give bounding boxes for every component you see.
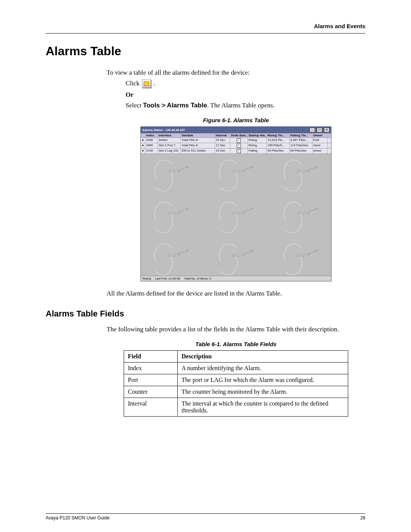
cell: The counter being monitored by the Alarm… [178, 386, 348, 398]
cell: 2080 [145, 138, 158, 143]
cell: Slot 2 Port 7 [158, 143, 181, 148]
click-instruction: Click . [126, 80, 365, 88]
table-row: Interval The interval at which the count… [124, 398, 348, 417]
or-label: Or [126, 91, 365, 99]
cell: Slot 2 Lag 102 [158, 149, 181, 153]
cell: Rising [248, 138, 267, 143]
col-owner: Owner [312, 133, 328, 137]
cell: ✓ [230, 138, 248, 143]
col-falling: Falling Thr... [290, 133, 312, 137]
cell: 15 Sec [215, 138, 230, 143]
cell: 13,333 Pkt... [267, 138, 290, 143]
cell: ✓ [230, 143, 248, 148]
window-title: Alarms Status - 149.49.48.237 [142, 128, 185, 132]
cell: A number identifying the Alarm. [178, 363, 348, 374]
status-dot: ● [141, 143, 145, 148]
table-caption: Table 6-1. Alarms Table Fields [107, 341, 365, 347]
figure-caption: Figure 6-1. Alarms Table [107, 117, 365, 123]
click-label: Click [126, 80, 140, 87]
cell: 59 Pkts/Sec [267, 149, 290, 153]
cell: 119 Pkts/Sec [290, 143, 312, 148]
maximize-icon: □ [317, 128, 322, 133]
table-row: Counter The counter being monitored by t… [124, 386, 348, 398]
grid-row: ● 2080 Switch Total Pkts In 15 Sec ✓ Ris… [141, 138, 331, 143]
footer-page-number: 28 [360, 515, 365, 521]
window-titlebar: Alarms Status - 149.49.48.237 _ □ × [141, 127, 331, 133]
cell: The interval at which the counter is com… [178, 398, 348, 417]
col-startup: Startup Ala... [248, 133, 267, 137]
status-lastpoll: Last Poll: 14:24:58 [155, 277, 180, 280]
cell: 6,667 Pkts/... [290, 138, 312, 143]
post-figure-text: All the Alarms defined for the device ar… [107, 290, 365, 297]
alarms-toolbar-icon [142, 80, 151, 88]
cell: 159 Pkts/S... [267, 143, 290, 148]
subheading: Alarms Table Fields [46, 309, 365, 319]
status-dot: ● [141, 138, 145, 143]
cell: Total Pkts In [181, 138, 215, 143]
header-rule [46, 33, 365, 34]
cell: Hemi [312, 143, 328, 148]
col-interval: Interval [215, 133, 230, 137]
cell: 2150 [145, 149, 158, 153]
cell: Port [124, 374, 178, 386]
cell: 15 Sec [215, 149, 230, 153]
cell: shmul [312, 149, 328, 153]
select-suffix: . The Alarms Table opens. [207, 102, 275, 109]
cell: 89 Pkts/Sec [290, 149, 312, 153]
cell: 2095 [145, 143, 158, 148]
status-total: Total No. of Items: 3 [184, 277, 211, 280]
cell: Interval [124, 398, 178, 417]
window-controls: _ □ × [309, 128, 330, 133]
cell: 17 Sec [215, 143, 230, 148]
page-footer: Avaya P120 SMON User Guide 28 [46, 513, 365, 521]
menu-path: Tools > Alarms Table [143, 102, 207, 109]
running-header: Alarms and Events [46, 23, 365, 29]
page-title: Alarms Table [46, 44, 365, 58]
grid-background: M O N M O N M O N M O N M O N M O N M O … [141, 154, 331, 276]
cell: The port or LAG for which the Alarm was … [178, 374, 348, 386]
table-intro: The following table provides a list of t… [107, 326, 365, 333]
minimize-icon: _ [309, 128, 315, 133]
footer-left: Avaya P120 SMON User Guide [46, 515, 110, 521]
table-row: Port The port or LAG for which the Alarm… [124, 374, 348, 386]
close-icon: × [324, 128, 330, 133]
status-bar: Ready Last Poll: 14:24:58 Total No. of I… [141, 276, 331, 281]
checkbox-icon: ✓ [237, 138, 241, 142]
checkbox-icon: ✓ [237, 144, 241, 148]
checkbox-icon: ✓ [237, 149, 241, 153]
intro-text: To view a table of all the alarms define… [107, 69, 365, 77]
th-field: Field [124, 351, 178, 363]
cell: Switch [158, 138, 181, 143]
grid-row: ● 2150 Slot 2 Lag 102 256 to 511 Octets … [141, 149, 331, 154]
cell: Emil [312, 138, 328, 143]
th-description: Description [178, 351, 348, 363]
table-header-row: Field Description [124, 351, 348, 363]
col-status [141, 133, 145, 137]
cell: Falling [248, 149, 267, 153]
select-instruction: Select Tools > Alarms Table. The Alarms … [126, 102, 365, 109]
table-row: Index A number identifying the Alarm. [124, 363, 348, 374]
col-delta: Delta Sam... [230, 133, 248, 137]
col-variable: Variable [181, 133, 215, 137]
grid-row: ● 2095 Slot 2 Port 7 Total Pkts In 17 Se… [141, 143, 331, 149]
cell: 256 to 511 Octets [181, 149, 215, 153]
cell: Counter [124, 386, 178, 398]
col-rising: Rising Thr... [267, 133, 290, 137]
cell: Rising [248, 143, 267, 148]
cell: Index [124, 363, 178, 374]
click-suffix: . [153, 80, 155, 87]
grid-header-row: Index Interface Variable Interval Delta … [141, 133, 331, 138]
select-prefix: Select [126, 102, 143, 109]
col-interface: Interface [158, 133, 181, 137]
alarms-table-window: Alarms Status - 149.49.48.237 _ □ × Inde… [140, 126, 331, 281]
status-dot: ● [141, 149, 145, 153]
cell: Total Pkts In [181, 143, 215, 148]
fields-table: Field Description Index A number identif… [124, 350, 348, 417]
status-ready: Ready [142, 277, 151, 280]
cell: ✓ [230, 149, 248, 153]
col-index: Index [145, 133, 158, 137]
footer-rule [46, 513, 365, 514]
